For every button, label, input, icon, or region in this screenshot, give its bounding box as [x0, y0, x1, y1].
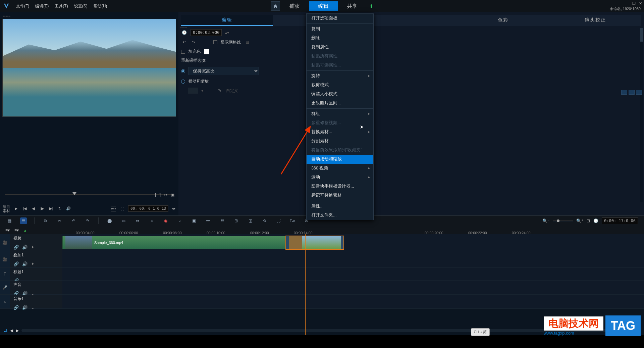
chapter-icon[interactable]: ▣ [191, 217, 197, 224]
ctx-crop[interactable]: 裁剪模式 [307, 81, 373, 90]
mark-out-icon[interactable]: ] [160, 193, 161, 197]
fx-icon[interactable]: ✦ [31, 261, 35, 266]
grid-icon[interactable]: ⊞ [233, 217, 239, 224]
fit-project-icon[interactable]: ⊡ [587, 218, 590, 223]
ctx-rotate[interactable]: 旋转▸ [307, 71, 373, 81]
ctx-group[interactable]: 群组▸ [307, 109, 373, 118]
panel-grip-icon[interactable]: :::::::::::: [180, 26, 187, 30]
expand-icon[interactable]: ⌄ [31, 305, 35, 310]
track-type-voice-icon[interactable]: 🎤 [0, 281, 10, 294]
ctx-motion[interactable]: 运动▸ [307, 173, 373, 182]
loop-icon[interactable]: ↻ [57, 206, 62, 211]
et-blank[interactable] [365, 15, 457, 26]
fit-icon[interactable]: ⇔ [134, 217, 141, 224]
tab-edit[interactable]: 编辑 [309, 1, 338, 11]
restore-icon[interactable]: ❐ [632, 1, 636, 6]
list2-icon[interactable]: ≡▾ [14, 228, 19, 233]
tc-spinner-icon[interactable]: ◂▸ [172, 206, 176, 211]
zoom-in-icon[interactable]: 🔍⁺ [576, 218, 583, 223]
collapse-icon[interactable]: ▲ [23, 229, 27, 232]
tab-share[interactable]: 共享 [338, 1, 367, 11]
cut-icon[interactable]: ✂ [164, 193, 167, 197]
ctx-open-folder[interactable]: 打开文件夹... [307, 211, 373, 220]
panel-view-icons[interactable] [621, 90, 642, 95]
link-icon[interactable]: 🔗 [13, 245, 19, 250]
close-icon[interactable]: ✕ [639, 1, 642, 6]
ctx-resize[interactable]: 调整大小模式 [307, 90, 373, 99]
tc-spinner-icon[interactable]: ▴▾ [225, 30, 229, 35]
ctx-open-options[interactable]: 打开选项面板 [307, 14, 373, 23]
3d-title-icon[interactable]: T₃ᴅ [289, 217, 296, 224]
track-music-lane[interactable] [62, 295, 644, 308]
storyboard-view-icon[interactable]: ▦ [6, 217, 13, 224]
zoom-slider[interactable] [553, 220, 573, 221]
auto-scroll-icon[interactable]: ⇄ [4, 328, 7, 333]
radio-keep-aspect[interactable] [181, 69, 185, 73]
ctx-template[interactable]: 影音快手模板设计器... [307, 182, 373, 191]
radio-pan-zoom[interactable] [181, 80, 185, 84]
preview-mode-label[interactable]: 项目 素材 [3, 205, 10, 213]
marker-icon[interactable]: ⟐ [148, 217, 155, 224]
grid-settings-icon[interactable]: ▦ [244, 39, 250, 45]
copy-clip-icon[interactable]: ⧉ [42, 217, 49, 224]
undo-icon[interactable]: ↶ [181, 39, 187, 45]
track-type-title-icon[interactable]: T [0, 268, 10, 280]
panel-scrollbar[interactable] [640, 28, 643, 202]
fullscreen-icon[interactable]: ⛶ [119, 206, 125, 211]
grid-checkbox[interactable] [213, 40, 217, 44]
scrubber-thumb-icon[interactable] [72, 192, 76, 195]
aspect-select[interactable]: 保持宽高比 [189, 67, 259, 75]
goto-start-icon[interactable]: |◀ [22, 206, 28, 211]
menu-settings[interactable]: 设置(S) [74, 3, 88, 9]
ctx-replace[interactable]: 替换素材...▸ [307, 128, 373, 137]
track-video-lane[interactable]: Sample_360.mp4 [62, 234, 644, 251]
ctx-change-duration[interactable]: 更改照片区间... [307, 99, 373, 108]
list-icon[interactable]: ≡▾ [5, 228, 10, 233]
playhead-end-icon[interactable] [334, 234, 334, 335]
clip-sample360[interactable]: Sample_360.mp4 [62, 236, 285, 249]
duration-field[interactable]: 0:00:03.000 [191, 29, 222, 36]
track-voice-lane[interactable] [62, 281, 644, 294]
menu-tools[interactable]: 工具(T) [55, 3, 68, 9]
ctx-copy-attrs[interactable]: 复制属性 [307, 43, 373, 52]
ctx-properties[interactable]: 属性... [307, 202, 373, 211]
preview-canvas[interactable] [2, 19, 176, 117]
toolbar-timecode[interactable]: 0:00: 17:0 06 [602, 217, 638, 224]
ctx-split[interactable]: 分割素材 [307, 137, 373, 146]
ctx-mark-replace[interactable]: 标记可替换素材 [307, 191, 373, 200]
ctx-auto-panzoom[interactable]: 自动摇动和缩放 [307, 155, 373, 164]
track-type-music-icon[interactable]: ♫ [0, 295, 10, 308]
track-type-video-icon[interactable]: 🎥 [0, 234, 10, 251]
link-icon[interactable]: 🔗 [13, 261, 19, 266]
et-color[interactable]: 色彩 [457, 15, 549, 26]
crop-icon[interactable]: ⛶ [275, 217, 282, 224]
aspect-icon[interactable]: 16:9 [111, 206, 116, 211]
snapshot-icon[interactable]: ▭ [120, 217, 127, 224]
tab-capture[interactable]: 捕获 [280, 1, 309, 11]
preview-scrubber[interactable] [5, 194, 174, 195]
multicam-icon[interactable]: ◫ [247, 217, 254, 224]
next-frame-icon[interactable]: |▶ [40, 206, 45, 211]
timeline-view-icon[interactable]: ☰ [20, 217, 27, 224]
playhead-icon[interactable] [305, 234, 306, 335]
mute-icon[interactable]: 🔊 [22, 305, 28, 310]
cut-clip-icon[interactable]: ✂ [56, 217, 63, 224]
redo-icon[interactable]: ↷ [84, 217, 91, 224]
link-icon[interactable]: ⚯ [205, 217, 211, 224]
mute-icon[interactable]: 🔊 [22, 261, 28, 266]
menu-edit[interactable]: 编辑(E) [35, 3, 49, 9]
menu-file[interactable]: 文件(F) [16, 3, 29, 9]
subtitle-icon[interactable]: ☷ [219, 217, 225, 224]
scroll-left-icon[interactable]: ◀ [10, 328, 13, 333]
et-edit[interactable]: 编辑 [181, 15, 273, 26]
tracking-icon[interactable]: ◉ [162, 217, 169, 224]
menu-help[interactable]: 帮助(H) [94, 3, 107, 9]
clock-icon[interactable]: 🕓 [593, 218, 598, 223]
minimize-icon[interactable]: — [625, 1, 629, 6]
link-icon[interactable]: 🔗 [13, 305, 19, 310]
track-overlay-lane[interactable] [62, 251, 644, 267]
fx-icon[interactable]: ✦ [31, 245, 35, 250]
sync-icon[interactable]: ⟲ [261, 217, 268, 224]
mixer-icon[interactable]: ♪ [176, 217, 183, 224]
mark-in-icon[interactable]: [ [155, 193, 156, 197]
